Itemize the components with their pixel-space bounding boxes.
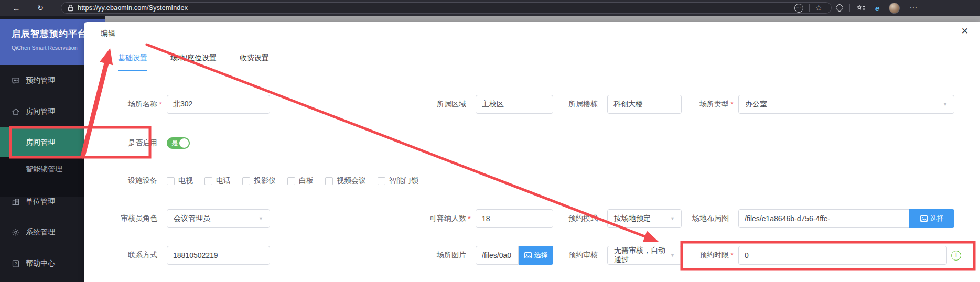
chevron-down-icon: ▼ [259,216,263,221]
profile-avatar[interactable] [889,3,900,14]
sidebar-item-label: 系统管理 [26,227,55,237]
tab-fee-settings[interactable]: 收费设置 [240,53,269,71]
field-layout-image: 场地布局图 选择 [650,209,954,228]
field-label: 场所图片 [391,251,466,260]
browser-bar: ← ↻ https://yy.ebaomin.com/SystemIndex ⋯… [0,0,980,16]
facility-checkbox-whiteboard[interactable]: 白板 [287,176,314,186]
required-mark: * [729,251,735,259]
browser-menu-icon[interactable]: ⋯ [909,3,918,13]
gear-icon [11,228,20,236]
field-label: 审核员角色 [89,214,157,223]
home-icon [11,107,20,116]
field-label: 设施设备 [89,176,157,186]
more-circle-icon[interactable]: ⋯ [794,4,803,13]
checkbox-label: 电话 [216,176,231,186]
facility-checkbox-videoconf[interactable]: 视频会议 [325,176,366,186]
svg-text:?: ? [14,261,17,266]
checkbox[interactable] [167,177,175,185]
refresh-icon[interactable]: ↻ [34,4,47,12]
select-value: 办公室 [745,100,767,109]
field-venue-type: 场所类型 * 办公室 ▼ [650,95,954,114]
field-label: 联系方式 [89,251,157,260]
venue-type-select[interactable]: 办公室 ▼ [738,95,954,114]
image-icon [920,215,928,222]
facility-checkbox-smartlock[interactable]: 智能门锁 [378,176,418,186]
divider [849,4,850,12]
sidebar-subitem-label: 房间管理 [26,138,55,147]
chevron-down-icon: ▼ [943,102,947,107]
field-facilities: 设施设备 电视 电话 投影仪 白板 视频会议 [89,171,418,190]
checkbox-label: 智能门锁 [389,176,418,186]
toggle-on-label: 是 [171,139,178,147]
chat-bubble-icon [11,77,20,85]
edit-dialog: 编辑 ✕ 基础设置 场地/座位设置 收费设置 [84,22,980,282]
checkbox-label: 电视 [178,176,193,186]
lock-icon [68,5,73,12]
contact-input[interactable] [167,246,270,265]
dialog-title: 编辑 [101,29,115,38]
field-time-limit: 预约时限 * i [650,246,961,265]
enabled-toggle[interactable]: 是 [167,137,190,149]
field-label: 所属楼栋 [524,100,598,109]
back-icon[interactable]: ← [9,4,23,13]
venue-name-input[interactable] [167,95,270,114]
checkbox[interactable] [287,177,295,185]
sidebar-subitem-label: 智能锁管理 [26,165,62,174]
field-venue-name: 场所名称 * [89,95,270,114]
help-icon: ? [11,259,20,268]
ie-mode-icon[interactable]: e [875,4,879,13]
facility-checkbox-tv[interactable]: 电视 [167,176,193,186]
favorites-list-icon[interactable] [857,5,866,12]
layout-image-input[interactable] [738,209,909,228]
sidebar-item-label: 帮助中心 [26,259,55,268]
screen: ← ↻ https://yy.ebaomin.com/SystemIndex ⋯… [0,0,980,282]
field-label: 可容纳人数 [391,214,466,223]
venue-image-input[interactable] [476,246,519,265]
checkbox[interactable] [204,177,212,185]
required-mark: * [157,100,164,109]
field-contact: 联系方式 [89,246,270,265]
checkbox[interactable] [378,177,385,185]
browser-essentials-icon[interactable] [836,5,843,11]
checkbox[interactable] [325,177,333,185]
field-label: 是否启用 [89,138,157,148]
building-icon [11,198,20,206]
checkbox[interactable] [242,177,250,185]
url-text[interactable]: https://yy.ebaomin.com/SystemIndex [78,4,188,12]
facilities-group: 电视 电话 投影仪 白板 视频会议 智能门锁 [167,176,418,186]
field-reviewer-role: 审核员角色 会议管理员 ▼ [89,209,270,228]
pick-button-label: 选择 [930,214,944,223]
tab-venue-seat-settings[interactable]: 场地/座位设置 [170,53,217,71]
reviewer-role-select[interactable]: 会议管理员 ▼ [167,209,270,228]
required-mark: * [466,214,472,223]
select-value: 按场地预定 [614,214,651,223]
checkbox-label: 投影仪 [254,176,276,186]
sidebar-item-label: 单位管理 [26,197,55,207]
address-bar[interactable]: https://yy.ebaomin.com/SystemIndex ⋯ ☆ [61,2,832,14]
field-label: 预约时限 [650,251,729,260]
field-label: 场地布局图 [650,214,729,223]
field-label: 预约审核 [524,251,598,260]
field-label: 场所类型 [650,100,729,109]
settings-tabs: 基础设置 场地/座位设置 收费设置 [118,53,269,71]
facility-checkbox-projector[interactable]: 投影仪 [242,176,276,186]
checkbox-label: 白板 [299,176,314,186]
field-label: 场所名称 [89,100,157,109]
field-enabled: 是否启用 是 [89,134,190,153]
divider [809,4,810,12]
favorite-star-icon[interactable]: ☆ [815,3,822,13]
facility-checkbox-phone[interactable]: 电话 [204,176,231,186]
sidebar-item-label: 房间管理 [26,107,55,116]
checkbox-label: 视频会议 [337,176,366,186]
time-limit-input[interactable] [738,246,947,265]
sidebar-item-label: 预约管理 [26,76,55,85]
required-mark: * [729,100,735,109]
select-value: 会议管理员 [174,214,210,223]
tab-basic-settings[interactable]: 基础设置 [118,53,147,71]
info-icon[interactable]: i [951,251,961,261]
toggle-knob [179,138,189,148]
field-label: 预约模式 [524,214,598,223]
layout-image-pick-button[interactable]: 选择 [909,209,954,228]
field-label: 所属区域 [391,100,466,109]
close-icon[interactable]: ✕ [961,27,968,36]
